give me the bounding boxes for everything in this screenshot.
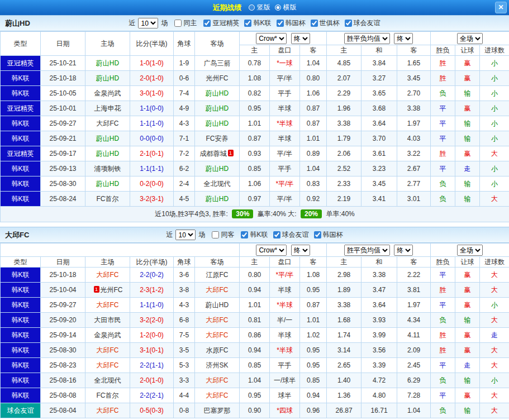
league-filter-checkbox[interactable] (314, 231, 321, 238)
eu-home-odds: 2.52 (327, 161, 361, 176)
eu-draw-odds: 3.84 (361, 56, 397, 71)
fulltime-select[interactable]: 全场 (457, 33, 483, 44)
home-team: 大田市民 (85, 313, 130, 328)
league-filter-option[interactable]: 韩K联 (239, 18, 271, 28)
league-filter-checkbox[interactable] (345, 20, 352, 27)
eu-final-select[interactable]: 终 (394, 33, 413, 44)
europe-odds-select[interactable]: 胜平负均值 (344, 33, 390, 44)
league-filter-checkbox[interactable] (311, 20, 318, 27)
league-filter-checkbox[interactable] (273, 231, 280, 238)
match-date: 25-08-30 (41, 176, 85, 192)
match-score: 2-3(1-2) (130, 283, 174, 298)
match-score: 3-2(3-1) (130, 192, 174, 207)
same-venue-option[interactable]: 同客 (207, 230, 234, 240)
recent-count-select[interactable]: 10 (138, 18, 158, 28)
eu-home-odds: 1.89 (327, 283, 361, 298)
eu-away-odds: 1.65 (397, 56, 431, 71)
close-icon[interactable]: ✕ (495, 2, 507, 13)
bookmaker-select[interactable]: Crow* (256, 33, 287, 44)
col-header-date: 日期 (41, 32, 85, 56)
match-type-badge: 韩K联 (1, 116, 41, 131)
ah-final-select[interactable]: 终 (291, 245, 310, 256)
away-team-name: 广岛三箭 (204, 59, 231, 67)
match-date: 25-09-17 (41, 146, 85, 161)
ah-line: 平手 (270, 86, 300, 101)
match-row: 韩K联25-09-21蔚山HD0-0(0-0)7-1FC安养0.87半球1.01… (1, 131, 509, 146)
ah-line: *半球 (270, 116, 300, 131)
league-filter-option[interactable]: 韩国杯 (272, 18, 306, 28)
recent-count-select[interactable]: 10 (175, 230, 196, 240)
match-date: 25-08-23 (41, 358, 85, 373)
eu-away-odds: 4.11 (397, 328, 431, 343)
league-filter-option[interactable]: 韩国杯 (309, 230, 343, 240)
same-venue-label: 同客 (221, 230, 234, 240)
ah-line: 半/一 (270, 313, 300, 328)
eu-final-select[interactable]: 终 (394, 245, 413, 256)
eu-away-odds: 1.97 (397, 116, 431, 131)
same-venue-option[interactable]: 同主 (169, 18, 197, 28)
home-team: 蔚山HD (85, 146, 130, 161)
league-filter-option[interactable]: 球会友谊 (340, 18, 380, 28)
handicap-result: 输 (455, 176, 480, 192)
ah-away-odds: 1.06 (300, 86, 327, 101)
matches-label: 场 (161, 18, 168, 28)
league-filter-checkbox[interactable] (241, 231, 248, 238)
corner-count: 0-8 (174, 403, 195, 418)
league-filter-option[interactable]: 世俱杯 (306, 18, 340, 28)
league-filter-label: 韩国杯 (286, 18, 306, 28)
ah-away-odds: 0.85 (300, 373, 327, 388)
handicap-result: 赢 (455, 343, 480, 358)
league-filter-option[interactable]: 韩K联 (236, 230, 268, 240)
ah-home-odds: 1.04 (240, 373, 270, 388)
eu-odds-selects: 胜平负均值 终 (327, 244, 431, 257)
league-filter-checkbox[interactable] (244, 20, 251, 27)
ah-line: *半球 (270, 298, 300, 313)
eu-away-odds: 2.70 (397, 86, 431, 101)
match-date: 25-08-30 (41, 343, 85, 358)
league-filter-option[interactable]: 亚冠精英 (198, 18, 239, 28)
col-header-wdl: 胜负 (431, 257, 455, 268)
ah-line: *四球 (270, 403, 300, 418)
goals-result: 大 (480, 358, 509, 373)
away-team: 大邱FC (195, 388, 240, 403)
match-date: 25-10-05 (41, 86, 85, 101)
col-header-ah-line: 盘口 (270, 45, 300, 56)
matches-label: 场 (198, 230, 205, 240)
red-card-icon: 1 (94, 286, 99, 293)
league-filter-checkbox[interactable] (203, 20, 211, 27)
ah-final-select[interactable]: 终 (291, 33, 310, 44)
corner-count: 7-5 (174, 328, 195, 343)
away-team-name: 蔚山HD (206, 120, 229, 127)
match-type-badge: 韩K联 (1, 298, 41, 313)
goals-result: 大 (480, 343, 509, 358)
home-team-name: 蔚山HD (96, 74, 119, 82)
same-venue-checkbox[interactable] (174, 20, 182, 27)
ah-away-odds: 0.92 (300, 192, 327, 207)
ah-home-odds: 0.85 (240, 358, 270, 373)
bookmaker-select[interactable]: Crow* (256, 245, 287, 256)
layout-option-vertical[interactable]: 竖版 (249, 3, 270, 12)
league-filter-label: 韩国杯 (323, 230, 343, 240)
fulltime-select[interactable]: 全场 (457, 245, 483, 256)
league-filter-option[interactable]: 球会友谊 (268, 230, 309, 240)
match-score: 3-1(0-1) (130, 343, 174, 358)
eu-draw-odds: 3.70 (361, 131, 397, 146)
ah-home-odds: 0.94 (240, 343, 270, 358)
match-row: 韩K联25-10-18大邱FC2-2(0-2)3-6江原FC0.80*平/半1.… (1, 268, 509, 283)
eu-draw-odds: 3.61 (361, 146, 397, 161)
team-name: 大邱FC (5, 230, 29, 240)
ah-line: *一球 (270, 56, 300, 71)
away-team-name: 蔚山HD (206, 301, 229, 309)
col-header-goals: 进球数 (480, 45, 509, 56)
match-row: 韩K联25-08-16全北现代2-0(1-0)3-3大邱FC1.04一/球半0.… (1, 373, 509, 388)
europe-odds-select[interactable]: 胜平负均值 (344, 245, 390, 256)
goals-result: 小 (480, 131, 509, 146)
same-venue-checkbox[interactable] (212, 231, 219, 238)
ah-home-odds: 0.90 (240, 403, 270, 418)
match-type-badge: 韩K联 (1, 268, 41, 283)
layout-option-horizontal[interactable]: 横版 (275, 3, 297, 12)
handicap-result: 输 (455, 116, 480, 131)
league-filter-checkbox[interactable] (277, 20, 284, 27)
home-team: 大邱FC (85, 268, 130, 283)
away-team-name: 蔚山HD (206, 165, 229, 173)
